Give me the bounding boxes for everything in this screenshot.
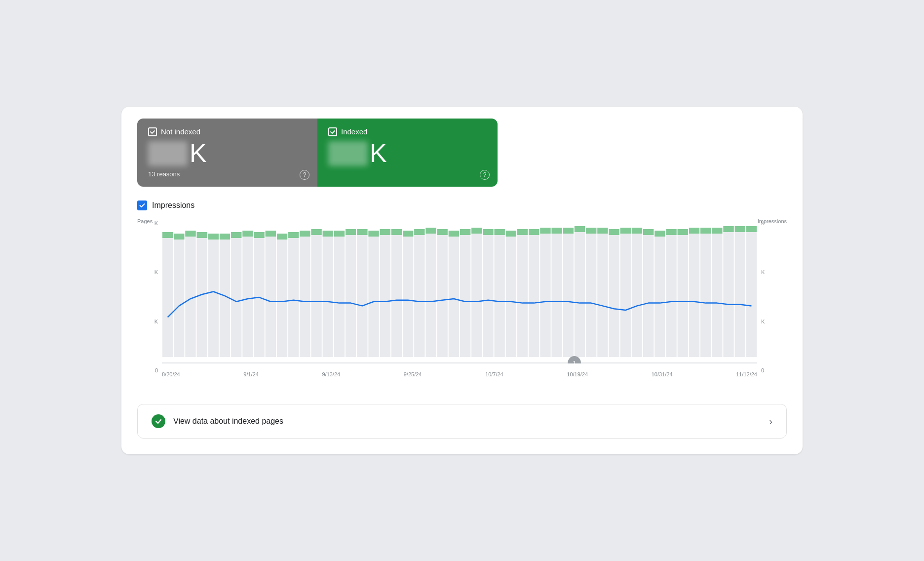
svg-rect-25 [437, 229, 448, 357]
svg-rect-52 [746, 226, 757, 357]
legend-row: Impressions [137, 200, 787, 210]
y-right-label-3: K [761, 319, 765, 324]
svg-rect-17 [346, 229, 356, 357]
y-left-label-0: 0 [155, 367, 158, 373]
y-axis-left: K K K 0 [137, 220, 162, 373]
svg-rect-56 [197, 232, 207, 238]
svg-rect-14 [311, 229, 321, 357]
svg-rect-70 [357, 229, 367, 235]
svg-rect-60 [242, 231, 253, 237]
indexed-help-icon[interactable]: ? [480, 170, 490, 180]
x-label-6: 10/31/24 [652, 371, 673, 377]
svg-rect-79 [460, 229, 470, 235]
indexed-value-suffix: K [370, 139, 387, 167]
svg-rect-88 [563, 228, 574, 234]
indexed-value-blur [328, 141, 368, 166]
svg-rect-75 [414, 229, 424, 235]
svg-rect-67 [323, 231, 333, 237]
svg-rect-91 [597, 228, 608, 234]
svg-rect-31 [506, 231, 516, 357]
svg-rect-84 [517, 229, 528, 235]
svg-rect-103 [735, 226, 745, 232]
svg-rect-83 [506, 231, 516, 237]
not-indexed-tile[interactable]: Not indexed K 13 reasons ? [137, 119, 317, 187]
svg-rect-39 [597, 228, 608, 357]
impressions-checkbox[interactable] [137, 200, 147, 210]
x-label-1: 9/1/24 [243, 371, 259, 377]
not-indexed-checkbox[interactable] [148, 127, 157, 136]
cta-row[interactable]: View data about indexed pages › [137, 404, 787, 439]
svg-rect-86 [540, 228, 550, 234]
y-right-label-0: 0 [761, 367, 764, 373]
svg-text:1: 1 [573, 360, 576, 363]
svg-rect-68 [334, 231, 345, 237]
impressions-label: Impressions [152, 201, 194, 210]
svg-rect-18 [357, 229, 367, 357]
svg-rect-95 [643, 229, 654, 235]
svg-rect-34 [540, 228, 550, 357]
svg-rect-8 [242, 231, 253, 357]
x-label-3: 9/25/24 [404, 371, 422, 377]
y-left-label-2: K [154, 269, 158, 275]
svg-rect-36 [563, 228, 574, 357]
svg-rect-55 [185, 231, 195, 237]
svg-rect-45 [666, 229, 676, 357]
svg-rect-30 [495, 229, 505, 357]
svg-rect-22 [403, 231, 413, 357]
svg-rect-42 [632, 228, 642, 357]
svg-rect-87 [551, 228, 562, 234]
svg-rect-35 [551, 228, 562, 357]
svg-rect-93 [620, 228, 631, 234]
y-left-label-3: K [154, 319, 158, 324]
svg-rect-28 [471, 228, 482, 357]
svg-rect-54 [174, 234, 184, 240]
svg-rect-16 [334, 231, 345, 357]
svg-rect-15 [323, 231, 333, 357]
svg-rect-29 [483, 229, 493, 357]
svg-rect-64 [288, 232, 299, 238]
svg-rect-69 [346, 229, 356, 235]
svg-rect-72 [380, 229, 390, 235]
svg-rect-58 [220, 234, 230, 240]
svg-rect-38 [586, 228, 596, 357]
svg-rect-97 [666, 229, 676, 235]
chart-inner: 1 [162, 220, 757, 363]
not-indexed-help-icon[interactable]: ? [300, 170, 309, 180]
svg-rect-1 [162, 232, 173, 357]
y-axis-right: K K K 0 [757, 220, 787, 373]
svg-rect-48 [700, 228, 711, 357]
svg-rect-49 [712, 228, 722, 357]
index-tiles: Not indexed K 13 reasons ? Indexed [137, 119, 498, 187]
svg-rect-5 [208, 234, 219, 357]
svg-rect-80 [471, 228, 482, 234]
svg-rect-82 [495, 229, 505, 235]
x-label-7: 11/12/24 [736, 371, 757, 377]
svg-rect-66 [311, 229, 321, 235]
y-right-label-1: K [761, 220, 765, 226]
svg-rect-12 [288, 232, 299, 357]
main-card: Not indexed K 13 reasons ? Indexed [121, 107, 803, 454]
svg-rect-63 [277, 234, 287, 240]
svg-rect-21 [391, 229, 402, 357]
indexed-checkbox[interactable] [328, 127, 337, 136]
svg-rect-89 [575, 226, 585, 232]
svg-rect-102 [723, 226, 733, 232]
cta-left: View data about indexed pages [152, 414, 283, 428]
svg-rect-73 [391, 229, 402, 235]
not-indexed-value-blur [148, 141, 188, 166]
svg-rect-100 [700, 228, 711, 234]
svg-rect-59 [231, 232, 241, 238]
svg-rect-20 [380, 229, 390, 357]
not-indexed-value-suffix: K [190, 139, 207, 167]
svg-rect-2 [174, 234, 184, 357]
x-label-2: 9/13/24 [322, 371, 340, 377]
y-left-label-1: K [154, 220, 158, 226]
x-axis-labels: 8/20/24 9/1/24 9/13/24 9/25/24 10/7/24 1… [162, 368, 757, 388]
svg-rect-62 [266, 231, 276, 237]
svg-rect-41 [620, 228, 631, 357]
svg-rect-98 [678, 229, 688, 235]
svg-rect-74 [403, 231, 413, 237]
cta-text: View data about indexed pages [173, 417, 283, 426]
svg-rect-90 [586, 228, 596, 234]
indexed-tile[interactable]: Indexed K ? [317, 119, 498, 187]
